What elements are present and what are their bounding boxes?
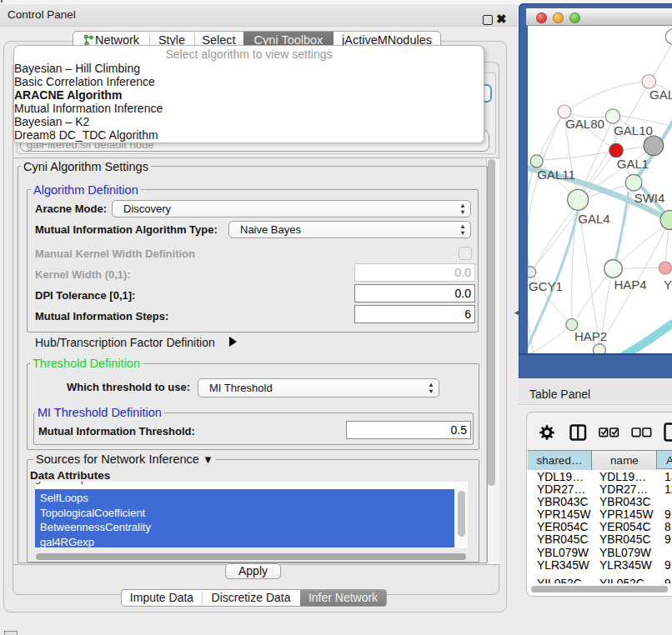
svg-text:GAL11: GAL11 <box>537 168 575 182</box>
svg-text:GAL80: GAL80 <box>565 117 604 131</box>
svg-text:GAL1: GAL1 <box>617 157 649 171</box>
svg-text:GCY1: GCY1 <box>529 279 563 293</box>
svg-text:GAL4: GAL4 <box>578 212 609 226</box>
svg-text:GAL2: GAL2 <box>649 88 672 102</box>
svg-text:HAP4: HAP4 <box>614 278 646 292</box>
svg-text:GAL10: GAL10 <box>614 123 653 138</box>
svg-text:HAP2: HAP2 <box>574 329 607 343</box>
svg-text:YJ: YJ <box>664 278 672 292</box>
svg-text:SWI4: SWI4 <box>634 191 665 205</box>
